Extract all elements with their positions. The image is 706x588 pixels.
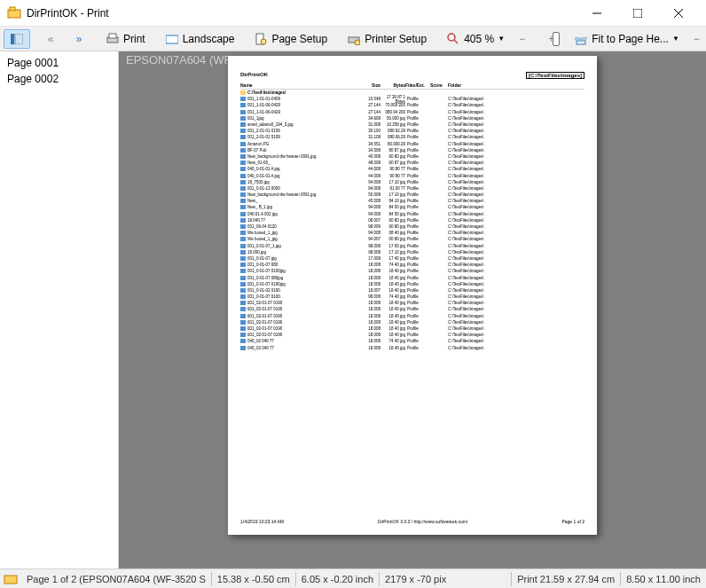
file-row: 001_0-01-07 0100jpg18.00818 40 jpgProfil… xyxy=(240,268,584,274)
statusbar: Page 1 of 2 (EPSON07A604 (WF-3520 S 15.3… xyxy=(0,568,706,588)
status-print-inch: 8.50 x 11.00 inch xyxy=(621,574,706,584)
file-row: New_background-the heaven 0091.jpg40.008… xyxy=(240,153,584,160)
page-list-item[interactable]: Page 0001 xyxy=(4,55,114,71)
main-area: Page 0001 Page 0002 EPSON07A604 (WF-3520… xyxy=(0,51,706,568)
page-setup-button[interactable]: Page Setup xyxy=(247,29,333,49)
landscape-button[interactable]: Landscape xyxy=(159,29,241,49)
chevrons-left-icon: « xyxy=(43,32,58,46)
col-bytes: Bytes xyxy=(380,82,405,88)
svg-rect-18 xyxy=(577,41,585,44)
file-row: 18_7500.jpg94.00817 10 jpgProfileC:\Test… xyxy=(240,179,584,185)
file-row: 040_0-01-01 A jpg44.00890 80 77ProfileC:… xyxy=(240,166,584,172)
path-box: [C:\TestFiles\images] xyxy=(526,72,584,79)
file-row: 001_0-01-02 0190.18.00718 40 jpgProfileC… xyxy=(240,287,584,294)
page-list-sidebar: Page 0001 Page 0002 xyxy=(0,51,119,568)
file-row: 001_0-01-07 080jpg18.00818 40 jpgProfile… xyxy=(240,274,584,280)
file-row: 001_0-01-07 08018.00874 40 jpgProfileC:\… xyxy=(240,262,584,268)
close-button[interactable] xyxy=(658,0,699,27)
sidebar-icon xyxy=(10,32,24,46)
file-row: 601_02-01-07 019018.00818 40 jpgProfileC… xyxy=(240,325,584,332)
file-row: ansel_adams0_194_3.jpg31.00810.258 jpgPr… xyxy=(240,122,584,128)
prev-page-button[interactable]: « xyxy=(37,29,64,49)
chevron-down-icon: ▼ xyxy=(498,35,505,43)
file-row: 18.000.jpg98.00817 10 jpgProfileC:\TestF… xyxy=(240,249,584,255)
footer-date: 1/4/2019 10:23:14 AM xyxy=(240,519,284,524)
chevron-down-icon: ▼ xyxy=(672,35,679,43)
footer-page: Page 1 of 2 xyxy=(561,519,584,524)
file-row: 001_0-01-13 000094.00891 00 77ProfileC:\… xyxy=(240,185,584,192)
file-row: 001_1jpg34.60850.000 jpgProfileC:\TestFi… xyxy=(240,115,584,122)
fit-minus-button[interactable]: − xyxy=(687,30,706,48)
file-row: 18.040.7708.00760 80 jpgProfileC:\TestFi… xyxy=(240,217,584,223)
page-list-item[interactable]: Page 0002 xyxy=(4,71,114,87)
preview-area[interactable]: EPSON07A604 (WF-3520 Series) DirPrintOK … xyxy=(119,51,706,568)
zoom-value: 405 % xyxy=(464,33,494,45)
file-row: 040_02 040 7718.00874 40 jpgProfileC:\Te… xyxy=(240,338,584,344)
svg-text:zoom: zoom xyxy=(575,35,587,41)
svg-rect-10 xyxy=(166,35,178,43)
svg-line-16 xyxy=(454,40,458,43)
page-footer: 1/4/2019 10:23:14 AM DirPrintOK 3.0.3 / … xyxy=(240,515,584,524)
svg-rect-9 xyxy=(109,34,116,38)
zoom-out-button[interactable]: − xyxy=(513,30,531,48)
print-label: Print xyxy=(123,33,145,45)
file-row: 001_0-01-07_1.jpg98.00817 00 jpgProfileC… xyxy=(240,243,584,249)
file-row: 601_02-01-07 019018.00818 40 jpgProfileC… xyxy=(240,300,584,306)
app-icon xyxy=(7,6,21,20)
file-row: New_background-the heaven 0091.jpg50.008… xyxy=(240,192,584,198)
minimize-button[interactable] xyxy=(577,0,617,27)
fit-icon: zoom xyxy=(574,32,588,46)
printer-setup-icon xyxy=(347,32,361,46)
svg-rect-6 xyxy=(11,34,14,44)
svg-rect-19 xyxy=(4,576,17,584)
file-row: 001_0-01-07 0190jpg18.00818 40 jpgProfil… xyxy=(240,281,584,287)
printer-setup-button[interactable]: Printer Setup xyxy=(341,29,433,49)
file-row: New_45.00884 10 jpgProfileC:\TestFiles\i… xyxy=(240,198,584,204)
file-row: We boxed_1_jpg94.00700 80 jpgProfileC:\T… xyxy=(240,236,584,242)
col-files: Files/Ext. xyxy=(405,82,430,88)
svg-point-14 xyxy=(355,40,360,45)
next-page-button[interactable]: » xyxy=(66,29,92,49)
doc-title: DirPrintOK xyxy=(240,72,268,79)
file-row: 601_02-01-07 019018.00818 40 jpgProfileC… xyxy=(240,306,584,312)
footer-app: DirPrintOK 3.0.3 / http://www.softwareok… xyxy=(378,519,467,524)
file-rows: 001_1-01-01-040910.54817 39 87 1 BytesPr… xyxy=(240,96,584,351)
printer-icon xyxy=(106,32,120,46)
toggle-sidebar-button[interactable] xyxy=(4,29,30,49)
file-row: 040.01.A 002 jpg94.00884 50 jpgProfileC:… xyxy=(240,211,584,217)
print-button[interactable]: Print xyxy=(99,29,152,49)
file-row: 601_02-01-07 019018.00818 40 jpgProfileC… xyxy=(240,332,584,338)
col-score: Score xyxy=(430,82,448,88)
file-row: New_01-00_48.00860 87 jpgProfileC:\TestF… xyxy=(240,160,584,166)
file-row: 601_02-01-07 019018.00818 40 jpgProfileC… xyxy=(240,313,584,319)
page-preview: DirPrintOK [C:\TestFiles\images] Name Si… xyxy=(228,56,597,535)
file-row: 040_02 040 7718.00818 40 jpgProfileC:\Te… xyxy=(240,345,584,351)
maximize-button[interactable] xyxy=(617,0,658,27)
fit-dropdown[interactable]: zoom Fit to Page He... ▼ xyxy=(568,29,686,49)
page-setup-icon xyxy=(254,32,268,46)
svg-rect-1 xyxy=(10,7,15,11)
fit-label: Fit to Page He... xyxy=(592,33,669,45)
status-page-info: Page 1 of 2 (EPSON07A604 (WF-3520 S xyxy=(21,574,211,584)
file-row: BF-07 Pub34.50880 87 jpgProfileC:\TestFi… xyxy=(240,147,584,153)
svg-rect-3 xyxy=(633,9,642,18)
svg-point-15 xyxy=(448,34,455,41)
statusbar-icon xyxy=(4,572,18,586)
file-row: Amazon.PG34.55180.000.29ProfileC:\TestFi… xyxy=(240,141,584,147)
file-row: 001_1-01-01-040910.54817 39 87 1 BytesPr… xyxy=(240,96,584,102)
status-print-cm: Print 21.59 x 27.94 cm xyxy=(512,574,620,584)
file-row: 001_0-01-07 0100.98.00874 40 jpgProfileC… xyxy=(240,294,584,300)
file-row: 001_2-01-01 010930.100080.92.29ProfileC:… xyxy=(240,128,584,134)
file-row: 601_02-01-07 019018.00818 40 jpgProfileC… xyxy=(240,319,584,325)
file-row: 040_0-01-01 A jpg44.00890 80 77ProfileC:… xyxy=(240,172,584,178)
file-row: 001_06-04 012098.00960 80 jpgProfileC:\T… xyxy=(240,223,584,230)
zoom-dropdown[interactable]: 405 % ▼ xyxy=(440,29,511,49)
status-inch: 6.05 x -0.20 inch xyxy=(296,574,379,584)
col-name: Name xyxy=(240,82,356,88)
titlebar: DirPrintOK - Print xyxy=(0,0,706,27)
zoom-icon xyxy=(446,32,460,46)
toolbar: « » Print Landscape Page Setup Printer S… xyxy=(0,27,706,51)
root-row: C:\TestFiles\images\ xyxy=(240,90,584,96)
file-row: We boxed_1_jpg94.00808 40 jpgProfileC:\T… xyxy=(240,230,584,236)
landscape-icon xyxy=(165,32,179,46)
